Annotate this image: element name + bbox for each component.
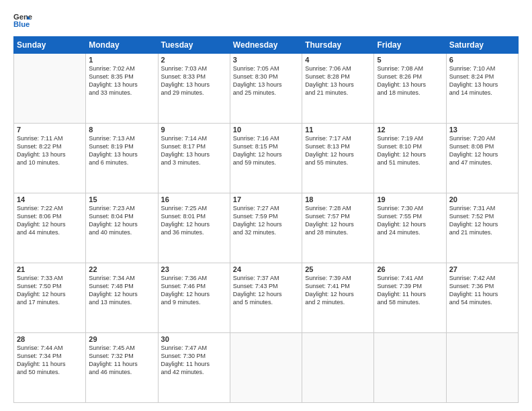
calendar-cell: 5Sunrise: 7:08 AM Sunset: 8:26 PM Daylig…: [374, 54, 446, 124]
calendar-cell: 27Sunrise: 7:42 AM Sunset: 7:36 PM Dayli…: [446, 263, 518, 333]
calendar-cell: 26Sunrise: 7:41 AM Sunset: 7:39 PM Dayli…: [374, 263, 446, 333]
day-number: 2: [161, 56, 227, 64]
cell-info: Sunrise: 7:42 AM Sunset: 7:36 PM Dayligh…: [449, 274, 515, 307]
day-number: 20: [449, 195, 515, 203]
calendar-cell: 25Sunrise: 7:39 AM Sunset: 7:41 PM Dayli…: [302, 263, 374, 333]
day-number: 29: [89, 335, 154, 343]
calendar-cell: 11Sunrise: 7:17 AM Sunset: 8:13 PM Dayli…: [302, 124, 374, 193]
weekday-header-saturday: Saturday: [446, 37, 518, 54]
cell-info: Sunrise: 7:36 AM Sunset: 7:46 PM Dayligh…: [161, 274, 227, 307]
day-number: 24: [233, 265, 299, 273]
cell-info: Sunrise: 7:22 AM Sunset: 8:06 PM Dayligh…: [17, 204, 83, 237]
day-number: 19: [377, 195, 443, 203]
day-number: 9: [161, 126, 227, 134]
cell-info: Sunrise: 7:41 AM Sunset: 7:39 PM Dayligh…: [377, 274, 443, 307]
calendar-cell: 9Sunrise: 7:14 AM Sunset: 8:17 PM Daylig…: [158, 124, 230, 193]
calendar-cell: [374, 333, 446, 403]
day-number: 1: [89, 56, 154, 64]
calendar-cell: 22Sunrise: 7:34 AM Sunset: 7:48 PM Dayli…: [86, 263, 158, 333]
cell-info: Sunrise: 7:31 AM Sunset: 7:52 PM Dayligh…: [449, 204, 515, 237]
cell-info: Sunrise: 7:45 AM Sunset: 7:32 PM Dayligh…: [89, 344, 154, 377]
calendar-cell: 18Sunrise: 7:28 AM Sunset: 7:57 PM Dayli…: [302, 193, 374, 263]
cell-info: Sunrise: 7:25 AM Sunset: 8:01 PM Dayligh…: [161, 204, 227, 237]
day-number: 12: [377, 126, 443, 134]
cell-info: Sunrise: 7:34 AM Sunset: 7:48 PM Dayligh…: [89, 274, 154, 307]
weekday-header-sunday: Sunday: [14, 37, 86, 54]
calendar-cell: 4Sunrise: 7:06 AM Sunset: 8:28 PM Daylig…: [302, 54, 374, 124]
day-number: 11: [305, 126, 371, 134]
cell-info: Sunrise: 7:20 AM Sunset: 8:08 PM Dayligh…: [449, 134, 515, 167]
cell-info: Sunrise: 7:03 AM Sunset: 8:33 PM Dayligh…: [161, 64, 227, 97]
day-number: 23: [161, 265, 227, 273]
cell-info: Sunrise: 7:06 AM Sunset: 8:28 PM Dayligh…: [305, 64, 371, 97]
cell-info: Sunrise: 7:30 AM Sunset: 7:55 PM Dayligh…: [377, 204, 443, 237]
calendar-table: SundayMondayTuesdayWednesdayThursdayFrid…: [13, 36, 519, 403]
cell-info: Sunrise: 7:19 AM Sunset: 8:10 PM Dayligh…: [377, 134, 443, 167]
calendar-cell: 13Sunrise: 7:20 AM Sunset: 8:08 PM Dayli…: [446, 124, 518, 193]
day-number: 28: [17, 335, 83, 343]
calendar-cell: 12Sunrise: 7:19 AM Sunset: 8:10 PM Dayli…: [374, 124, 446, 193]
weekday-header-thursday: Thursday: [302, 37, 374, 54]
calendar-cell: 20Sunrise: 7:31 AM Sunset: 7:52 PM Dayli…: [446, 193, 518, 263]
svg-text:General: General: [13, 13, 32, 21]
day-number: 30: [161, 335, 227, 343]
calendar-cell: 15Sunrise: 7:23 AM Sunset: 8:04 PM Dayli…: [86, 193, 158, 263]
calendar-cell: 17Sunrise: 7:27 AM Sunset: 7:59 PM Dayli…: [230, 193, 302, 263]
day-number: 26: [377, 265, 443, 273]
day-number: 22: [89, 265, 154, 273]
page: General Blue SundayMondayTuesdayWednesda…: [0, 0, 532, 411]
calendar-cell: 7Sunrise: 7:11 AM Sunset: 8:22 PM Daylig…: [14, 124, 86, 193]
calendar-cell: 19Sunrise: 7:30 AM Sunset: 7:55 PM Dayli…: [374, 193, 446, 263]
day-number: 15: [89, 195, 154, 203]
cell-info: Sunrise: 7:37 AM Sunset: 7:43 PM Dayligh…: [233, 274, 299, 307]
day-number: 3: [233, 56, 299, 64]
cell-info: Sunrise: 7:33 AM Sunset: 7:50 PM Dayligh…: [17, 274, 83, 307]
day-number: 16: [161, 195, 227, 203]
cell-info: Sunrise: 7:05 AM Sunset: 8:30 PM Dayligh…: [233, 64, 299, 97]
logo: General Blue: [13, 11, 35, 30]
cell-info: Sunrise: 7:39 AM Sunset: 7:41 PM Dayligh…: [305, 274, 371, 307]
calendar-week-row: 28Sunrise: 7:44 AM Sunset: 7:34 PM Dayli…: [14, 333, 519, 403]
calendar-cell: 6Sunrise: 7:10 AM Sunset: 8:24 PM Daylig…: [446, 54, 518, 124]
calendar-week-row: 1Sunrise: 7:02 AM Sunset: 8:35 PM Daylig…: [14, 54, 519, 124]
cell-info: Sunrise: 7:23 AM Sunset: 8:04 PM Dayligh…: [89, 204, 154, 237]
cell-info: Sunrise: 7:44 AM Sunset: 7:34 PM Dayligh…: [17, 344, 83, 377]
calendar-cell: 2Sunrise: 7:03 AM Sunset: 8:33 PM Daylig…: [158, 54, 230, 124]
header: General Blue: [13, 11, 519, 30]
calendar-cell: 29Sunrise: 7:45 AM Sunset: 7:32 PM Dayli…: [86, 333, 158, 403]
day-number: 13: [449, 126, 515, 134]
day-number: 17: [233, 195, 299, 203]
day-number: 6: [449, 56, 515, 64]
day-number: 4: [305, 56, 371, 64]
calendar-cell: 24Sunrise: 7:37 AM Sunset: 7:43 PM Dayli…: [230, 263, 302, 333]
cell-info: Sunrise: 7:08 AM Sunset: 8:26 PM Dayligh…: [377, 64, 443, 97]
calendar-cell: 3Sunrise: 7:05 AM Sunset: 8:30 PM Daylig…: [230, 54, 302, 124]
cell-info: Sunrise: 7:11 AM Sunset: 8:22 PM Dayligh…: [17, 134, 83, 167]
weekday-header-tuesday: Tuesday: [158, 37, 230, 54]
calendar-cell: 21Sunrise: 7:33 AM Sunset: 7:50 PM Dayli…: [14, 263, 86, 333]
calendar-cell: [302, 333, 374, 403]
day-number: 8: [89, 126, 154, 134]
calendar-cell: [446, 333, 518, 403]
calendar-cell: 30Sunrise: 7:47 AM Sunset: 7:30 PM Dayli…: [158, 333, 230, 403]
calendar-week-row: 21Sunrise: 7:33 AM Sunset: 7:50 PM Dayli…: [14, 263, 519, 333]
cell-info: Sunrise: 7:17 AM Sunset: 8:13 PM Dayligh…: [305, 134, 371, 167]
day-number: 27: [449, 265, 515, 273]
calendar-cell: 14Sunrise: 7:22 AM Sunset: 8:06 PM Dayli…: [14, 193, 86, 263]
day-number: 7: [17, 126, 83, 134]
calendar-cell: 16Sunrise: 7:25 AM Sunset: 8:01 PM Dayli…: [158, 193, 230, 263]
calendar-cell: 1Sunrise: 7:02 AM Sunset: 8:35 PM Daylig…: [86, 54, 158, 124]
weekday-header-row: SundayMondayTuesdayWednesdayThursdayFrid…: [14, 37, 519, 54]
calendar-cell: [14, 54, 86, 124]
cell-info: Sunrise: 7:10 AM Sunset: 8:24 PM Dayligh…: [449, 64, 515, 97]
calendar-cell: 8Sunrise: 7:13 AM Sunset: 8:19 PM Daylig…: [86, 124, 158, 193]
calendar-week-row: 7Sunrise: 7:11 AM Sunset: 8:22 PM Daylig…: [14, 124, 519, 193]
day-number: 21: [17, 265, 83, 273]
calendar-cell: 10Sunrise: 7:16 AM Sunset: 8:15 PM Dayli…: [230, 124, 302, 193]
weekday-header-wednesday: Wednesday: [230, 37, 302, 54]
cell-info: Sunrise: 7:27 AM Sunset: 7:59 PM Dayligh…: [233, 204, 299, 237]
cell-info: Sunrise: 7:02 AM Sunset: 8:35 PM Dayligh…: [89, 64, 154, 97]
day-number: 14: [17, 195, 83, 203]
day-number: 5: [377, 56, 443, 64]
cell-info: Sunrise: 7:28 AM Sunset: 7:57 PM Dayligh…: [305, 204, 371, 237]
